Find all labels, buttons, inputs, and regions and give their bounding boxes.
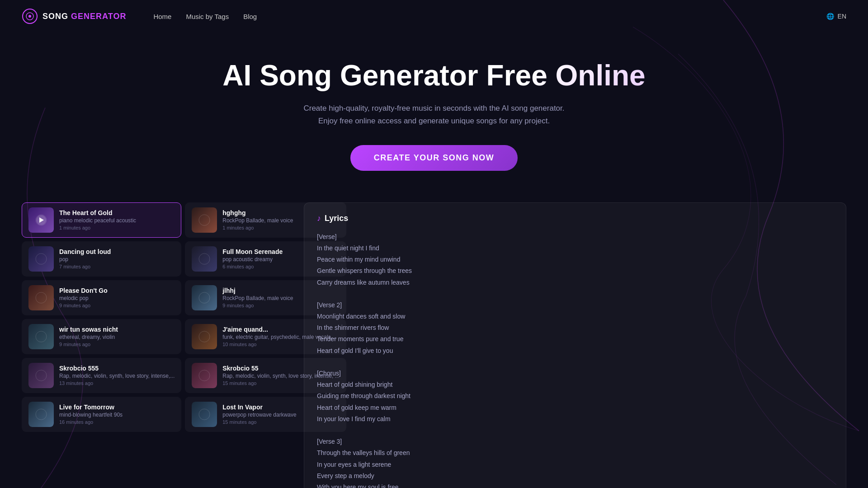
- song-thumbnail: [28, 207, 54, 233]
- song-title: Please Don't Go: [59, 287, 175, 294]
- svg-rect-23: [28, 402, 54, 427]
- lyrics-content: [Verse] In the quiet night I find Peace …: [317, 231, 833, 488]
- logo-link[interactable]: SONG GENERATOR: [22, 8, 126, 24]
- lyrics-header: ♪ Lyrics: [317, 214, 833, 223]
- svg-rect-5: [192, 207, 217, 233]
- song-card-1[interactable]: The Heart of Goldpiano melodic peaceful …: [22, 202, 181, 238]
- song-time: 16 minutes ago: [59, 419, 175, 425]
- song-thumbnail: [192, 402, 217, 427]
- song-card-6[interactable]: Live for Tomorrowmind-blowing heartfeit …: [22, 397, 181, 432]
- svg-rect-9: [192, 246, 217, 272]
- song-time: 13 minutes ago: [59, 380, 175, 386]
- nav-music-by-tags[interactable]: Music by Tags: [186, 13, 229, 20]
- svg-rect-13: [192, 285, 217, 310]
- song-card-2[interactable]: Dancing out loudpop7 minutes ago: [22, 241, 181, 277]
- hero-title: AI Song Generator Free Online: [9, 60, 859, 91]
- hero-subtitle: Create high-quality, royalty-free music …: [298, 102, 570, 127]
- svg-rect-15: [28, 324, 54, 349]
- play-button[interactable]: [36, 215, 46, 225]
- song-card-3[interactable]: Please Don't Gomelodic pop9 minutes ago: [22, 280, 181, 315]
- nav-home[interactable]: Home: [153, 13, 171, 20]
- language-label: EN: [838, 13, 846, 20]
- song-card-5[interactable]: Skrobcio 555Rap, melodic, violin, synth,…: [22, 358, 181, 393]
- song-title: wir tun sowas nicht: [59, 326, 175, 333]
- globe-icon: 🌐: [826, 13, 834, 20]
- song-info: Skrobcio 555Rap, melodic, violin, synth,…: [59, 365, 175, 386]
- song-genre: pop: [59, 256, 175, 263]
- song-thumbnail: [192, 246, 217, 272]
- song-thumbnail: [192, 324, 217, 349]
- song-info: Dancing out loudpop7 minutes ago: [59, 248, 175, 269]
- svg-rect-25: [192, 402, 217, 427]
- song-title: Live for Tomorrow: [59, 404, 175, 411]
- song-info: The Heart of Goldpiano melodic peaceful …: [59, 209, 175, 230]
- svg-point-2: [28, 15, 31, 18]
- svg-rect-21: [192, 363, 217, 388]
- song-genre: Rap, melodic, violin, synth, love story,…: [59, 373, 175, 379]
- hero-section: AI Song Generator Free Online Create hig…: [0, 33, 868, 193]
- song-info: wir tun sowas nichtethereal, dreamy, vio…: [59, 326, 175, 347]
- language-selector[interactable]: 🌐 EN: [826, 13, 846, 20]
- song-thumbnail: [28, 363, 54, 388]
- navbar: SONG GENERATOR Home Music by Tags Blog 🌐…: [0, 0, 868, 33]
- song-thumbnail: [28, 324, 54, 349]
- song-thumbnail: [192, 207, 217, 233]
- song-genre: ethereal, dreamy, violin: [59, 334, 175, 340]
- song-time: 1 minutes ago: [59, 225, 175, 230]
- song-genre: piano melodic peaceful acoustic: [59, 217, 175, 224]
- song-thumbnail: [28, 285, 54, 310]
- cta-button[interactable]: CREATE YOUR SONG NOW: [350, 145, 518, 171]
- lyrics-panel: ♪ Lyrics [Verse] In the quiet night I fi…: [304, 202, 846, 488]
- svg-rect-7: [28, 246, 54, 272]
- nav-links: Home Music by Tags Blog: [153, 13, 257, 20]
- song-title: Dancing out loud: [59, 248, 175, 255]
- logo-text: SONG GENERATOR: [42, 12, 126, 21]
- logo-icon: [22, 8, 38, 24]
- song-genre: melodic pop: [59, 295, 175, 301]
- song-genre: mind-blowing heartfeit 90s: [59, 412, 175, 418]
- song-thumbnail: [28, 402, 54, 427]
- song-thumbnail: [28, 246, 54, 272]
- song-thumbnail: [192, 285, 217, 310]
- song-title: Skrobcio 555: [59, 365, 175, 372]
- svg-rect-11: [28, 285, 54, 310]
- svg-rect-19: [28, 363, 54, 388]
- svg-rect-17: [192, 324, 217, 349]
- song-grid: The Heart of Goldpiano melodic peaceful …: [22, 202, 293, 432]
- song-info: Live for Tomorrowmind-blowing heartfeit …: [59, 404, 175, 425]
- song-time: 7 minutes ago: [59, 264, 175, 269]
- song-thumbnail: [192, 363, 217, 388]
- lyrics-title: Lyrics: [325, 214, 348, 223]
- song-time: 9 minutes ago: [59, 303, 175, 308]
- song-card-4[interactable]: wir tun sowas nichtethereal, dreamy, vio…: [22, 319, 181, 354]
- song-title: The Heart of Gold: [59, 209, 175, 216]
- song-info: Please Don't Gomelodic pop9 minutes ago: [59, 287, 175, 308]
- main-content: The Heart of Goldpiano melodic peaceful …: [0, 193, 868, 488]
- lyrics-icon: ♪: [317, 214, 321, 223]
- song-time: 9 minutes ago: [59, 342, 175, 347]
- nav-blog[interactable]: Blog: [243, 13, 257, 20]
